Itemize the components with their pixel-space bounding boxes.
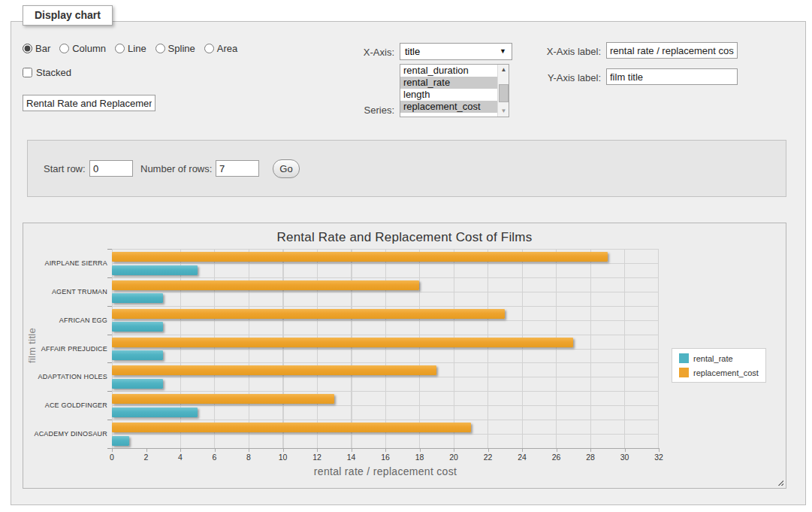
- chart-x-axis-title: rental rate / replacement cost: [112, 465, 659, 477]
- x-axis-tick-label: 26: [547, 453, 566, 462]
- bar-rental-rate-5[interactable]: [112, 407, 198, 417]
- chart-type-radio-group: Bar Column Line Spline Area: [23, 43, 243, 54]
- bar-replacement-cost-5[interactable]: [112, 394, 334, 404]
- x-axis-tick-mark: [625, 449, 626, 452]
- chart-title-input[interactable]: [23, 95, 155, 111]
- display-chart-page: Display chart Bar Column Line Spline Are…: [0, 0, 812, 512]
- scrollbar-thumb[interactable]: [499, 84, 509, 102]
- y-axis-label-label: Y-Axis label:: [535, 72, 601, 83]
- chart-title: Rental Rate and Replacement Cost of Film…: [23, 230, 786, 245]
- x-axis-label-input[interactable]: [606, 42, 738, 59]
- series-option-rental_duration[interactable]: rental_duration: [400, 65, 497, 77]
- x-axis-tick-label: 4: [171, 453, 190, 462]
- y-axis-label-input[interactable]: [606, 68, 738, 85]
- category-tick-mark: [107, 335, 112, 335]
- go-button[interactable]: Go: [273, 159, 300, 178]
- x-axis-tick-mark: [488, 449, 489, 452]
- category-label: ADAPTATION HOLES: [23, 373, 107, 380]
- bar-replacement-cost-4[interactable]: [112, 365, 436, 375]
- category-label: AGENT TRUMAN: [23, 288, 107, 295]
- category-tick-mark: [107, 277, 112, 278]
- x-axis-tick-label: 28: [581, 453, 600, 462]
- bar-rental-rate-0[interactable]: [112, 265, 198, 275]
- x-axis-tick-label: 10: [273, 453, 293, 462]
- x-axis-tick-mark: [659, 449, 660, 452]
- radio-column[interactable]: [59, 44, 69, 53]
- series-option-replacement_cost[interactable]: replacement_cost: [400, 101, 497, 113]
- radio-bar-label[interactable]: Bar: [35, 43, 50, 54]
- stacked-label[interactable]: Stacked: [36, 67, 71, 78]
- chart-x-axis-line: [110, 448, 660, 449]
- radio-area[interactable]: [204, 44, 214, 53]
- x-axis-selected-value: title: [405, 46, 420, 57]
- x-axis-tick-mark: [146, 449, 147, 452]
- category-tick-mark: [107, 391, 112, 392]
- fieldset-legend-title: Display chart: [23, 5, 113, 26]
- stacked-checkbox[interactable]: [23, 68, 32, 77]
- bar-replacement-cost-1[interactable]: [112, 280, 419, 290]
- bar-replacement-cost-2[interactable]: [112, 309, 505, 319]
- x-axis-select-label: X-Axis:: [331, 47, 394, 58]
- scroll-up-arrow-icon[interactable]: ▲: [498, 65, 509, 75]
- category-label: AFRICAN EGG: [23, 317, 107, 324]
- number-of-rows-input[interactable]: [216, 160, 259, 177]
- x-axis-tick-label: 0: [102, 453, 122, 462]
- x-axis-label-label: X-Axis label:: [535, 46, 601, 57]
- x-axis-tick-label: 2: [137, 453, 156, 462]
- radio-line-label[interactable]: Line: [128, 43, 146, 54]
- category-label: ACE GOLDFINGER: [23, 401, 107, 409]
- bar-rental-rate-6[interactable]: [112, 436, 129, 446]
- category-tick-mark: [107, 362, 112, 363]
- bar-replacement-cost-3[interactable]: [112, 338, 573, 347]
- category-label: AIRPLANE SIERRA: [23, 259, 107, 267]
- bar-rental-rate-2[interactable]: [112, 322, 163, 332]
- x-axis-tick-label: 14: [342, 453, 361, 462]
- x-axis-tick-label: 32: [649, 453, 669, 462]
- number-of-rows-label: Number of rows:: [140, 163, 212, 174]
- x-axis-tick-label: 20: [444, 453, 463, 462]
- x-axis-tick-label: 6: [205, 453, 225, 462]
- x-axis-tick-mark: [352, 449, 352, 452]
- bar-replacement-cost-0[interactable]: [112, 252, 608, 262]
- series-listbox[interactable]: rental_durationrental_ratelengthreplacem…: [400, 64, 509, 117]
- x-axis-tick-label: 18: [410, 453, 430, 462]
- listbox-scrollbar[interactable]: ▲ ▼: [497, 65, 509, 117]
- radio-column-label[interactable]: Column: [72, 43, 106, 54]
- legend-swatch-icon: [679, 353, 689, 363]
- x-axis-tick-label: 16: [376, 453, 395, 462]
- legend-label: rental_rate: [693, 354, 733, 363]
- series-option-length[interactable]: length: [400, 89, 497, 101]
- bar-rental-rate-3[interactable]: [112, 350, 163, 360]
- radio-spline[interactable]: [155, 44, 165, 53]
- x-axis-tick-mark: [215, 449, 216, 452]
- bar-rental-rate-4[interactable]: [112, 379, 163, 389]
- scroll-down-arrow-icon[interactable]: ▼: [498, 106, 509, 117]
- category-label: ACADEMY DINOSAUR: [23, 430, 107, 438]
- select-dropdown-arrow-icon: ▼: [500, 47, 506, 55]
- x-axis-tick-mark: [557, 449, 557, 452]
- x-axis-tick-mark: [420, 449, 421, 452]
- bar-replacement-cost-6[interactable]: [112, 423, 471, 432]
- radio-spline-label[interactable]: Spline: [168, 43, 195, 54]
- chart-resize-handle-icon[interactable]: [776, 478, 783, 486]
- series-options: rental_durationrental_ratelengthreplacem…: [400, 65, 509, 113]
- legend-swatch-icon: [679, 368, 689, 377]
- stacked-row: Stacked: [23, 67, 71, 78]
- x-axis-tick-mark: [249, 449, 249, 452]
- category-tick-mark: [107, 306, 112, 307]
- x-axis-tick-mark: [180, 449, 181, 452]
- start-row-input[interactable]: [89, 160, 133, 177]
- x-axis-select[interactable]: title ▼: [400, 43, 512, 60]
- legend-item-replacement_cost[interactable]: replacement_cost: [679, 368, 759, 377]
- chart-container: Rental Rate and Replacement Cost of Film…: [23, 223, 786, 489]
- x-axis-tick-label: 22: [478, 453, 498, 462]
- x-axis-tick-mark: [522, 449, 523, 452]
- chart-plot-area: [112, 249, 659, 448]
- series-option-rental_rate[interactable]: rental_rate: [400, 77, 497, 89]
- radio-line[interactable]: [115, 44, 125, 53]
- legend-item-rental_rate[interactable]: rental_rate: [679, 353, 759, 363]
- x-axis-tick-mark: [112, 449, 113, 452]
- bar-rental-rate-1[interactable]: [112, 293, 163, 303]
- radio-bar[interactable]: [23, 44, 32, 53]
- radio-area-label[interactable]: Area: [217, 43, 237, 54]
